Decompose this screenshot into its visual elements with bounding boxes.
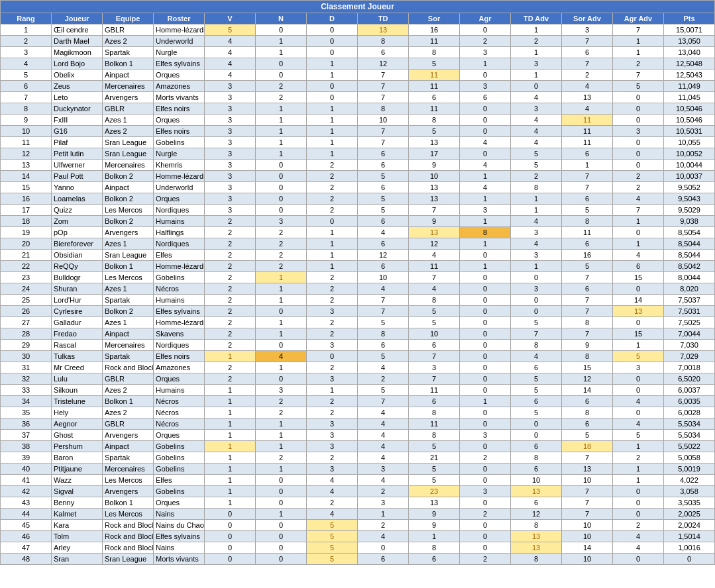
cell-td: 7 xyxy=(358,92,409,103)
cell-d: 1 xyxy=(307,238,358,250)
cell-pts: 8,5042 xyxy=(664,261,715,272)
cell-joueur: Galladur xyxy=(52,317,103,328)
cell-sor: 6 xyxy=(409,92,460,103)
cell-soradv: 6 xyxy=(562,148,613,160)
cell-tdadv: 0 xyxy=(511,81,562,92)
cell-rang: 28 xyxy=(1,328,52,340)
cell-sor: 13 xyxy=(409,182,460,193)
cell-agradv: 15 xyxy=(613,272,664,283)
cell-roster: Amazones xyxy=(154,81,205,92)
cell-d: 1 xyxy=(307,385,358,396)
cell-td: 12 xyxy=(358,250,409,261)
cell-agr: 3 xyxy=(460,205,511,216)
cell-sor: 9 xyxy=(409,160,460,171)
cell-sor: 9 xyxy=(409,509,460,520)
cell-v: 4 xyxy=(205,70,256,81)
header-agradv: Agr Adv xyxy=(613,13,664,24)
cell-d: 1 xyxy=(307,126,358,137)
cell-roster: Humains xyxy=(154,216,205,227)
cell-pts: 10,5031 xyxy=(664,126,715,137)
cell-v: 4 xyxy=(205,36,256,47)
cell-agradv: 2 xyxy=(613,58,664,70)
cell-pts: 1,0016 xyxy=(664,542,715,554)
cell-agr: 0 xyxy=(460,385,511,396)
cell-soradv: 4 xyxy=(562,103,613,115)
cell-joueur: Obelix xyxy=(52,70,103,81)
cell-n: 0 xyxy=(256,193,307,205)
cell-d: 5 xyxy=(307,542,358,554)
cell-n: 2 xyxy=(256,227,307,238)
cell-roster: Nordiques xyxy=(154,238,205,250)
table-row: 48SranSran LeagueMorts vivants0056628100… xyxy=(1,554,715,565)
cell-sor: 13 xyxy=(409,227,460,238)
cell-joueur: Loamelas xyxy=(52,193,103,205)
cell-n: 0 xyxy=(256,205,307,216)
cell-roster: Nurgle xyxy=(154,148,205,160)
cell-roster: Nécros xyxy=(154,407,205,418)
cell-rang: 25 xyxy=(1,295,52,306)
cell-td: 0 xyxy=(358,542,409,554)
title-row: Classement Joueur xyxy=(1,1,715,13)
cell-agr: 8 xyxy=(460,227,511,238)
cell-joueur: Aegnor xyxy=(52,418,103,430)
cell-agradv: 4 xyxy=(613,531,664,542)
cell-sor: 10 xyxy=(409,328,460,340)
cell-agradv: 0 xyxy=(613,385,664,396)
cell-tdadv: 6 xyxy=(511,396,562,407)
cell-td: 2 xyxy=(358,373,409,385)
cell-tdadv: 5 xyxy=(511,407,562,418)
cell-sor: 11 xyxy=(409,385,460,396)
cell-joueur: Biereforever xyxy=(52,238,103,250)
cell-joueur: Zeus xyxy=(52,81,103,92)
cell-agradv: 5 xyxy=(613,351,664,362)
cell-joueur: Kalmet xyxy=(52,509,103,520)
cell-td: 5 xyxy=(358,171,409,182)
cell-agradv: 0 xyxy=(613,554,664,565)
cell-pts: 10,5046 xyxy=(664,115,715,126)
cell-tdadv: 8 xyxy=(511,554,562,565)
cell-rang: 45 xyxy=(1,520,52,531)
cell-rang: 33 xyxy=(1,385,52,396)
cell-sor: 13 xyxy=(409,137,460,148)
cell-d: 2 xyxy=(307,205,358,216)
cell-equipe: Les Mercos xyxy=(103,272,154,283)
cell-equipe: Spartak xyxy=(103,295,154,306)
cell-soradv: 8 xyxy=(562,317,613,328)
cell-rang: 37 xyxy=(1,430,52,441)
cell-d: 1 xyxy=(307,261,358,272)
cell-pts: 12,5043 xyxy=(664,70,715,81)
cell-roster: Nains du Chaos xyxy=(154,520,205,531)
cell-joueur: Sigval xyxy=(52,486,103,497)
cell-agr: 1 xyxy=(460,238,511,250)
cell-soradv: 10 xyxy=(562,475,613,486)
cell-d: 2 xyxy=(307,160,358,171)
cell-n: 1 xyxy=(256,47,307,58)
cell-pts: 15,0071 xyxy=(664,24,715,36)
cell-pts: 1,5014 xyxy=(664,531,715,542)
cell-sor: 4 xyxy=(409,283,460,295)
cell-rang: 36 xyxy=(1,418,52,430)
table-title: Classement Joueur xyxy=(1,1,715,13)
cell-td: 6 xyxy=(358,238,409,250)
cell-v: 2 xyxy=(205,283,256,295)
cell-d: 3 xyxy=(307,418,358,430)
cell-pts: 8,5044 xyxy=(664,238,715,250)
cell-sor: 17 xyxy=(409,148,460,160)
cell-tdadv: 4 xyxy=(511,238,562,250)
cell-rang: 48 xyxy=(1,554,52,565)
cell-agr: 0 xyxy=(460,70,511,81)
cell-agradv: 5 xyxy=(613,430,664,441)
cell-soradv: 6 xyxy=(562,193,613,205)
cell-td: 7 xyxy=(358,137,409,148)
cell-agradv: 1 xyxy=(613,36,664,47)
cell-agradv: 6 xyxy=(613,261,664,272)
table-row: 8DuckynatorGBLRElfes noirs311811034010,5… xyxy=(1,103,715,115)
cell-d: 2 xyxy=(307,328,358,340)
cell-soradv: 14 xyxy=(562,542,613,554)
cell-n: 1 xyxy=(256,137,307,148)
cell-roster: Elfes noirs xyxy=(154,351,205,362)
cell-n: 0 xyxy=(256,497,307,509)
cell-d: 2 xyxy=(307,182,358,193)
table-row: 29RascalMercenairesNordiques2036608917,0… xyxy=(1,340,715,351)
cell-soradv: 6 xyxy=(562,283,613,295)
